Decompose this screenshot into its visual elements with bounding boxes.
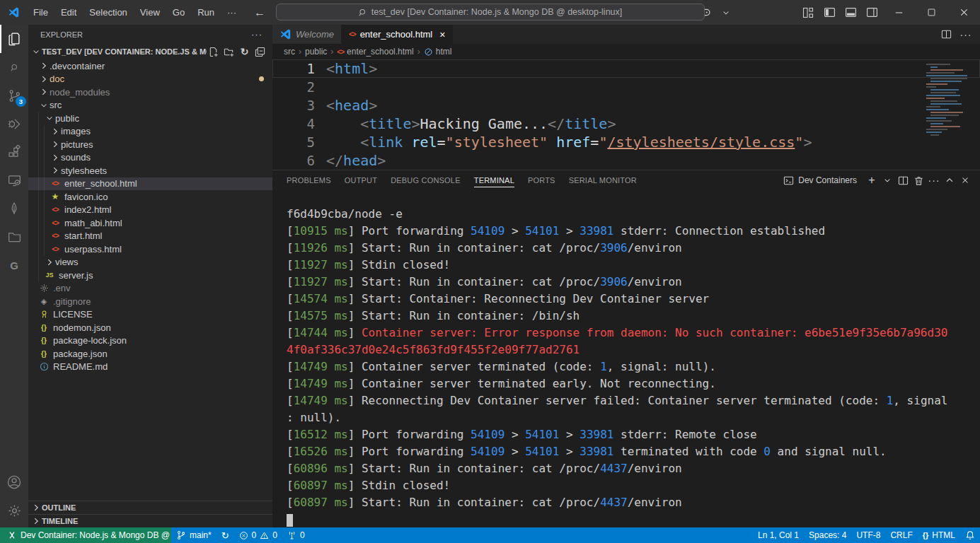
toggle-panel-icon[interactable]	[840, 0, 861, 25]
tree-item-readme-md[interactable]: README.md	[28, 361, 272, 374]
tree-item-src[interactable]: src	[28, 99, 272, 112]
status-encoding[interactable]: UTF-8	[851, 527, 885, 543]
status-ports[interactable]: 0	[282, 527, 310, 543]
activity-explorer[interactable]	[0, 25, 28, 53]
tree-item-images[interactable]: images	[28, 125, 272, 139]
tree-item-pictures[interactable]: pictures	[28, 138, 272, 151]
customize-layout-icon[interactable]	[797, 0, 819, 25]
breadcrumb[interactable]: src›public›<>enter_school.html›html	[272, 44, 980, 59]
breadcrumb-item-enter-school-html[interactable]: <>enter_school.html	[337, 47, 413, 57]
panel-tab-ports[interactable]: PORTS	[522, 170, 561, 190]
activity-containers[interactable]	[0, 223, 28, 251]
tree-item-env[interactable]: .env	[28, 282, 272, 296]
split-editor-icon[interactable]	[938, 26, 955, 43]
tree-item-enter-school-html[interactable]: <>enter_school.html	[28, 177, 272, 191]
toggle-primary-sidebar-icon[interactable]	[819, 0, 840, 25]
panel-tab-problems[interactable]: PROBLEMS	[281, 170, 337, 190]
status-branch[interactable]: main*	[171, 527, 217, 543]
panel-tab-terminal[interactable]: TERMINAL	[468, 170, 520, 190]
tree-item-stylesheets[interactable]: stylesheets	[28, 164, 272, 177]
sidebar-section-outline[interactable]: OUTLINE	[28, 501, 272, 514]
collapse-all-icon[interactable]	[253, 45, 267, 59]
chevron-down-icon[interactable]	[880, 172, 895, 189]
sidebar-section-timeline[interactable]: TIMELINE	[28, 514, 272, 527]
activity-accounts[interactable]	[0, 468, 28, 496]
tree-item-sounds[interactable]: sounds	[28, 151, 272, 165]
status-eol[interactable]: CRLF	[885, 527, 917, 543]
tree-item-node-modules[interactable]: node_modules	[28, 86, 272, 99]
chevron-down-icon[interactable]	[715, 0, 737, 25]
activity-search[interactable]	[0, 53, 28, 81]
tree-item-math-abi-html[interactable]: <>math_abi.html	[28, 216, 272, 230]
tree-item-nodemon-json[interactable]: {}nodemon.json	[28, 321, 272, 334]
close-panel-icon[interactable]	[957, 172, 973, 189]
panel-tab-serial-monitor[interactable]: SERIAL MONITOR	[563, 170, 642, 190]
kill-terminal-icon[interactable]	[911, 172, 926, 189]
split-terminal-icon[interactable]	[895, 172, 911, 189]
more-actions-icon[interactable]: ···	[251, 29, 263, 40]
breadcrumb-item-src[interactable]: src	[284, 47, 295, 57]
activity-gitlens[interactable]: G	[0, 251, 28, 279]
activity-run-debug[interactable]	[0, 110, 28, 138]
close-icon[interactable]	[947, 0, 980, 25]
menu-view[interactable]: View	[134, 0, 166, 25]
maximize-icon[interactable]	[915, 0, 947, 25]
workspace-section-header[interactable]: TEST_DEV [DEV CONTAINER: NODE.JS & MONGO…	[28, 44, 272, 59]
more-actions-icon[interactable]: ···	[957, 26, 974, 43]
toggle-secondary-sidebar-icon[interactable]	[861, 0, 882, 25]
tree-item-gitignore[interactable]: ◈.gitignore	[28, 295, 272, 308]
tree-item-package-lock-json[interactable]: {}package-lock.json	[28, 334, 272, 348]
command-center-search[interactable]: test_dev [Dev Container: Node.js & Mongo…	[276, 4, 705, 21]
tree-item-favicon-ico[interactable]: ★favicon.ico	[28, 190, 272, 204]
status-notifications[interactable]	[960, 527, 980, 543]
tree-item-license[interactable]: LICENSE	[28, 308, 272, 322]
panel-tab-output[interactable]: OUTPUT	[339, 170, 383, 190]
activity-source-control[interactable]: 3	[0, 81, 28, 110]
code-editor[interactable]: 1<html>23<head>4 <title>Hacking Game...<…	[272, 59, 980, 170]
menu-edit[interactable]: Edit	[54, 0, 83, 25]
tree-item-index2-html[interactable]: <>index2.html	[28, 204, 272, 217]
more-actions-icon[interactable]: ···	[926, 172, 942, 189]
menu-selection[interactable]: Selection	[83, 0, 133, 25]
menu-file[interactable]: File	[27, 0, 54, 25]
activity-remote-explorer[interactable]	[0, 166, 28, 194]
menu-run[interactable]: Run	[191, 0, 221, 25]
tree-item-start-html[interactable]: <>start.html	[28, 230, 272, 243]
activity-settings[interactable]	[0, 496, 28, 525]
status-language[interactable]: {}HTML	[918, 527, 960, 543]
terminal-shell-selector[interactable]: Dev Containers	[783, 175, 857, 186]
tree-item-public[interactable]: public	[28, 112, 272, 125]
tree-item-views[interactable]: views	[28, 256, 272, 269]
panel-tab-debug-console[interactable]: DEBUG CONSOLE	[385, 170, 466, 190]
status-problems[interactable]: 00	[234, 527, 282, 543]
status-line-col[interactable]: Ln 1, Col 1	[753, 527, 804, 543]
minimize-icon[interactable]	[882, 0, 915, 25]
minimap[interactable]	[925, 64, 969, 137]
refresh-icon[interactable]: ↻	[238, 45, 251, 59]
tree-item-doc[interactable]: doc	[28, 73, 272, 86]
terminal-line: [14749 ms] Container server terminated e…	[287, 375, 974, 392]
arrow-left-icon[interactable]: ←	[250, 0, 270, 25]
tree-item-server-js[interactable]: JSserver.js	[28, 269, 272, 282]
add-terminal-icon[interactable]: +	[864, 172, 880, 189]
breadcrumb-item-html[interactable]: html	[424, 47, 452, 57]
activity-mongodb[interactable]	[0, 194, 28, 223]
activity-extensions[interactable]	[0, 138, 28, 166]
tab-enter-school-html[interactable]: <>enter_school.html×	[342, 25, 454, 44]
tree-item-package-json[interactable]: {}package.json	[28, 347, 272, 361]
menu-go[interactable]: Go	[166, 0, 191, 25]
breadcrumb-item-public[interactable]: public	[305, 47, 327, 57]
tree-item-userpass-html[interactable]: <>userpass.html	[28, 243, 272, 256]
terminal[interactable]: f6d4b9cba/node -e[10915 ms] Port forward…	[272, 190, 980, 527]
menu-overflow[interactable]: ···	[221, 0, 243, 25]
close-tab-icon[interactable]: ×	[439, 29, 445, 40]
status-remote[interactable]: Dev Container: Node.js & Mongo DB @ desk…	[0, 527, 171, 543]
sync-icon[interactable]: ↻	[217, 527, 234, 543]
new-file-icon[interactable]	[207, 45, 220, 59]
tab-welcome[interactable]: Welcome	[272, 25, 342, 44]
status-indentation[interactable]: Spaces: 4	[804, 527, 851, 543]
maximize-panel-icon[interactable]	[942, 172, 957, 189]
tree-item-devcontainer[interactable]: .devcontainer	[28, 59, 272, 73]
tree-item-label: LICENSE	[53, 309, 93, 320]
new-folder-icon[interactable]	[222, 45, 236, 59]
